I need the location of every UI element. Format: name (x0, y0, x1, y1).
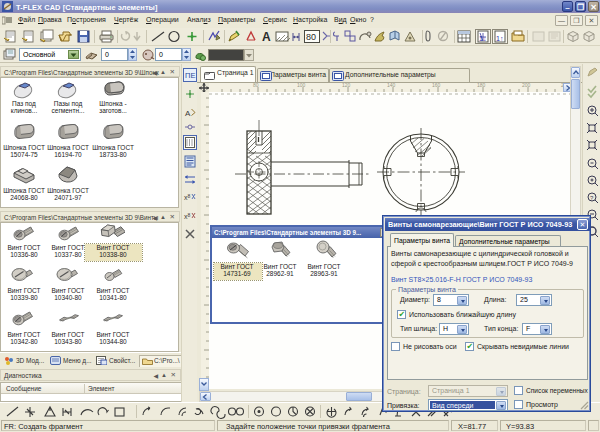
svg-text:1↑: 1↑ (496, 35, 503, 42)
svg-text:A: A (185, 109, 191, 118)
svg-text:A: A (262, 30, 271, 44)
svg-text:1↓: 1↓ (479, 35, 486, 42)
svg-text:ПЕ: ПЕ (185, 71, 195, 80)
svg-text:120: 120 (342, 83, 351, 88)
svg-text:100: 100 (297, 83, 306, 88)
svg-text:80: 80 (306, 32, 316, 42)
svg-text:160: 160 (432, 83, 441, 88)
svg-text:180: 180 (477, 83, 486, 88)
svg-text:?: ? (590, 195, 594, 201)
svg-text:80: 80 (253, 83, 259, 88)
svg-text:140: 140 (387, 83, 396, 88)
svg-text:x8: x8 (184, 212, 191, 220)
svg-text:x8: x8 (184, 193, 191, 201)
svg-text:200: 200 (522, 83, 531, 88)
